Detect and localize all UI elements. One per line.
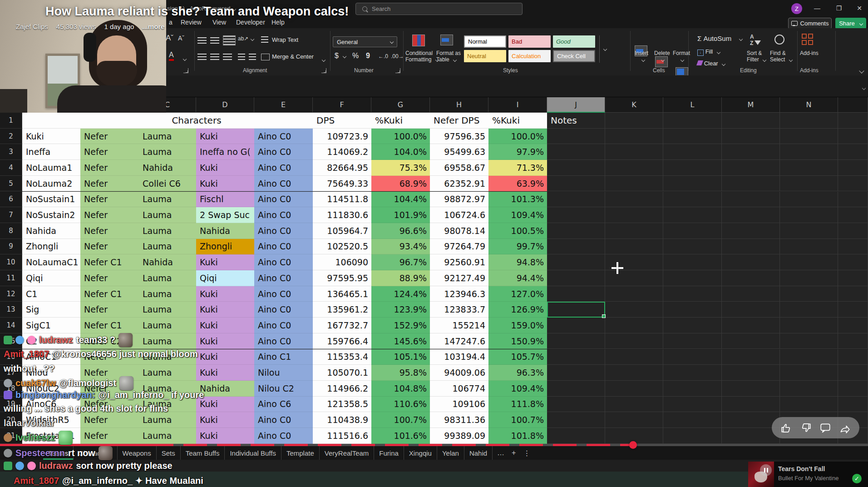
cell-empty[interactable] — [722, 113, 780, 129]
cell-d-r2[interactable]: Kuki — [196, 129, 254, 144]
column-header-M[interactable]: M — [722, 97, 780, 113]
cell-dps-r17[interactable]: 105070.1 — [313, 365, 371, 381]
cell-b-r13[interactable]: Nefer — [80, 302, 139, 318]
cell-name-r6[interactable]: NoSustain1 — [22, 192, 80, 208]
cell-d-r20[interactable]: Kuki — [196, 412, 254, 428]
cell-empty[interactable] — [605, 113, 663, 129]
cell-dps-r13[interactable]: 135961.2 — [313, 302, 371, 318]
cell-d-r7[interactable]: 2 Swap Suc — [196, 207, 254, 223]
cell-dps-r3[interactable]: 114069.2 — [313, 144, 371, 160]
cell-b-r9[interactable]: Nefer — [80, 239, 139, 255]
cell-empty[interactable] — [547, 239, 605, 255]
cell-pct2-r8[interactable]: 100.5% — [488, 223, 547, 239]
cell-dps-r11[interactable]: 97595.95 — [313, 270, 371, 286]
cell-pct2-r9[interactable]: 99.7% — [488, 239, 547, 255]
cell-dps-r2[interactable]: 109723.9 — [313, 129, 371, 144]
cell-empty[interactable] — [663, 333, 722, 349]
cell-name-r3[interactable]: Ineffa — [22, 144, 80, 160]
cell-I1-pctkuki[interactable]: %Kuki — [488, 113, 547, 129]
cell-empty[interactable] — [838, 223, 868, 239]
cell-dps-r20[interactable]: 110438.9 — [313, 412, 371, 428]
cell-empty[interactable] — [547, 412, 605, 428]
cell-neferdps-r16[interactable]: 103194.4 — [430, 349, 488, 365]
cell-d-r5[interactable]: Kuki — [196, 176, 254, 192]
cell-c-r6[interactable]: Lauma — [139, 192, 196, 208]
cell-empty[interactable] — [780, 207, 838, 223]
cell-empty[interactable] — [605, 365, 663, 381]
cell-neferdps-r2[interactable]: 97596.35 — [430, 129, 488, 144]
cell-name-r13[interactable]: Sig — [22, 302, 80, 318]
cell-pct1-r17[interactable]: 95.8% — [371, 365, 430, 381]
row-header-14[interactable]: 14 — [0, 318, 22, 333]
cell-b-r10[interactable]: Nefer C1 — [80, 254, 139, 270]
cell-empty[interactable] — [605, 333, 663, 349]
channel-name[interactable]: Zajef Clips — [16, 23, 48, 30]
cell-empty[interactable] — [605, 176, 663, 192]
cell-empty[interactable] — [780, 239, 838, 255]
cell-pct1-r20[interactable]: 100.7% — [371, 412, 430, 428]
cell-empty[interactable] — [605, 318, 663, 333]
cell-empty[interactable] — [663, 254, 722, 270]
cell-empty[interactable] — [722, 160, 780, 176]
cell-e-r13[interactable]: Aino C0 — [254, 302, 313, 318]
cell-empty[interactable] — [547, 333, 605, 349]
cell-empty[interactable] — [663, 381, 722, 397]
cell-empty[interactable] — [722, 365, 780, 381]
cell-empty[interactable] — [838, 254, 868, 270]
row-header-8[interactable]: 8 — [0, 223, 22, 239]
cell-d-r14[interactable]: Kuki — [196, 318, 254, 333]
cell-pct2-r21[interactable]: 101.8% — [488, 428, 547, 444]
cell-empty[interactable] — [780, 113, 838, 129]
cell-empty[interactable] — [663, 349, 722, 365]
cell-pct2-r20[interactable]: 100.7% — [488, 412, 547, 428]
cell-dps-r5[interactable]: 75649.33 — [313, 176, 371, 192]
cell-pct1-r9[interactable]: 93.4% — [371, 239, 430, 255]
cell-d-r6[interactable]: Fischl — [196, 192, 254, 208]
cell-dps-r18[interactable]: 114966.2 — [313, 381, 371, 397]
row-header-3[interactable]: 3 — [0, 144, 22, 160]
cell-e-r20[interactable]: Aino C0 — [254, 412, 313, 428]
column-header-D[interactable]: D — [196, 97, 254, 113]
cell-neferdps-r17[interactable]: 94009.06 — [430, 365, 488, 381]
cell-dps-r21[interactable]: 111516.6 — [313, 428, 371, 444]
cell-name-r11[interactable]: Qiqi — [22, 270, 80, 286]
cell-A1[interactable] — [22, 113, 80, 129]
cell-empty[interactable] — [547, 207, 605, 223]
cell-e-r12[interactable]: Aino C0 — [254, 286, 313, 302]
column-header-partial[interactable] — [838, 97, 868, 113]
cell-empty[interactable] — [547, 397, 605, 412]
cell-c-r14[interactable]: Lauma — [139, 318, 196, 333]
cell-empty[interactable] — [547, 365, 605, 381]
cell-J1-notes[interactable]: Notes — [547, 113, 605, 129]
cell-neferdps-r11[interactable]: 92127.49 — [430, 270, 488, 286]
cell-neferdps-r12[interactable]: 123946.3 — [430, 286, 488, 302]
cell-b-r2[interactable]: Nefer — [80, 129, 139, 144]
cell-pct1-r3[interactable]: 104.0% — [371, 144, 430, 160]
cell-empty[interactable] — [663, 286, 722, 302]
cell-empty[interactable] — [780, 223, 838, 239]
row-header-6[interactable]: 6 — [0, 192, 22, 208]
cell-empty[interactable] — [663, 302, 722, 318]
cell-pct2-r5[interactable]: 63.9% — [488, 176, 547, 192]
cell-name-r9[interactable]: Zhongli — [22, 239, 80, 255]
cell-name-r4[interactable]: NoLauma1 — [22, 160, 80, 176]
column-header-J[interactable]: J — [547, 97, 605, 113]
cell-c-r2[interactable]: Lauma — [139, 129, 196, 144]
cell-pct1-r15[interactable]: 145.6% — [371, 333, 430, 349]
cell-pct1-r11[interactable]: 88.9% — [371, 270, 430, 286]
cell-pct2-r15[interactable]: 150.9% — [488, 333, 547, 349]
cell-e-r19[interactable]: Aino C6 — [254, 397, 313, 412]
cell-c-r17[interactable]: Lauma — [139, 365, 196, 381]
cell-empty[interactable] — [722, 176, 780, 192]
cell-c-r11[interactable]: Lauma — [139, 270, 196, 286]
cell-e-r9[interactable]: Aino C0 — [254, 239, 313, 255]
cell-dps-r16[interactable]: 115353.4 — [313, 349, 371, 365]
row-header-7[interactable]: 7 — [0, 207, 22, 223]
cell-dps-r14[interactable]: 167732.7 — [313, 318, 371, 333]
cell-empty[interactable] — [722, 270, 780, 286]
cell-empty[interactable] — [838, 302, 868, 318]
cell-c-r9[interactable]: Lauma — [139, 239, 196, 255]
cell-b-r8[interactable]: Nefer — [80, 223, 139, 239]
row-header-5[interactable]: 5 — [0, 176, 22, 192]
cell-neferdps-r3[interactable]: 95499.63 — [430, 144, 488, 160]
